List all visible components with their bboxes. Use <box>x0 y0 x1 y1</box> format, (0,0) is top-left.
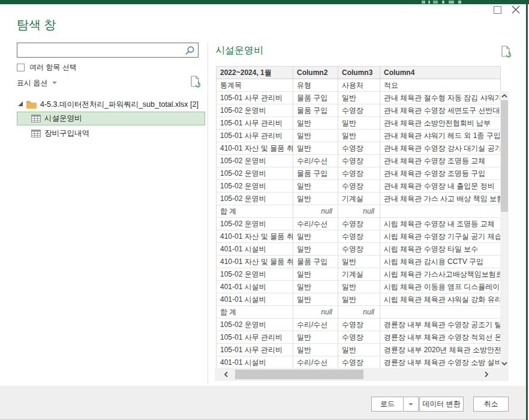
display-options-button[interactable]: 표시 옵션 <box>17 79 47 87</box>
search-icon[interactable] <box>184 45 195 56</box>
search-input[interactable] <box>20 44 183 56</box>
table-row: 401-01 시설비일반일반시립 체육관 이동용 앰프 디스플레이 <box>217 281 501 293</box>
table-row: 합 계nullnull <box>217 205 501 218</box>
table-row: 105-02 운영비수리/수선수영장시립 체육관 수영장 내 조명등 교체 <box>217 218 501 230</box>
table-cell: null <box>338 306 380 319</box>
table-cell: 일반 <box>338 293 380 306</box>
table-cell: 105-02 운영비 <box>217 193 293 205</box>
table-cell: 일반 <box>338 256 380 268</box>
table-cell: 105-02 운영비 <box>217 319 293 331</box>
refresh-icon[interactable] <box>501 46 512 58</box>
table-cell: 105-02 운영비 <box>217 180 293 193</box>
table-cell: 통계목 <box>217 79 293 92</box>
close-icon[interactable] <box>510 4 521 15</box>
multi-select-label: 여러 항목 선택 <box>29 62 77 73</box>
table-cell: 수영장 <box>338 142 380 155</box>
table-cell: 합 계 <box>217 306 293 319</box>
chevron-down-icon <box>408 403 413 406</box>
column-header: Column3 <box>338 67 380 79</box>
horizontal-scrollbar-thumb[interactable] <box>235 370 363 379</box>
table-row: 105-02 운영비물품 구입수영장관내 체육관 수영장 조명등 구입 <box>217 167 501 180</box>
scroll-down-icon[interactable] <box>500 360 509 367</box>
table-cell: 기계실 <box>338 193 380 205</box>
scroll-right-icon[interactable] <box>483 370 490 379</box>
table-row: 105-01 사무 관리비일반일반관내 체육관 샤워기 헤드 외 1종 구입 <box>217 130 501 142</box>
tree-root-workbook[interactable]: 4-5.3.데이터전처리_파워쿼리_sub_total.xlsx [2] <box>17 98 206 111</box>
table-cell: 일반 <box>293 180 338 193</box>
table-row: 410-01 자산 및 물품 취득일반수영장시립 체육관 수영장 기구실 공기 … <box>217 230 501 243</box>
scroll-up-icon[interactable] <box>500 92 509 100</box>
display-options-row: 표시 옵션 <box>17 77 201 89</box>
table-row: 105-02 운영비일반수영장관내 체육관 수영장 내 출입문 정비 <box>217 180 501 193</box>
table-cell: 일반 <box>338 92 380 104</box>
table-cell: 401-01 시설비 <box>217 243 293 256</box>
multi-select-row: 여러 항목 선택 <box>17 62 77 72</box>
table-cell: 관내 체육관 수영장 조명등 교체 <box>380 155 501 167</box>
table-cell: 일반 <box>338 130 380 142</box>
maximize-icon[interactable] <box>494 6 501 14</box>
load-dropdown-button[interactable] <box>403 397 419 412</box>
table-cell: 사용처 <box>338 79 380 92</box>
horizontal-scrollbar[interactable] <box>215 368 509 381</box>
table-cell: 시립 체육관 수영장 내 조명등 교체 <box>380 218 501 230</box>
table-cell: 수영장 <box>338 356 380 369</box>
table-cell: 기계실 <box>338 268 380 281</box>
table-icon <box>31 115 41 122</box>
sidebar-item-siseol[interactable]: 시설운영비 <box>17 112 205 125</box>
table-cell: 일반 <box>293 268 338 281</box>
table-cell: 일반 <box>338 344 380 356</box>
table-cell: 수영장 <box>338 243 380 256</box>
table-row: 105-02 운영비물품 구입수영장관내 체육관 수영장 세면도구 선반대 <box>217 104 501 117</box>
table-cell: 물품 구입 <box>293 256 338 268</box>
table-cell: 105-01 사무 관리비 <box>217 130 293 142</box>
table-cell: 일반 <box>338 117 380 130</box>
table-row: 401-01 시설비수리/수선수영장경륜장 내부 체육관 수영장 소방 설비 <box>217 356 501 369</box>
table-cell: 수리/수선 <box>293 356 338 369</box>
table-cell: 일반 <box>293 293 338 306</box>
table-cell: 수영장 <box>338 104 380 117</box>
sidebar-item-jangbi[interactable]: 장비구입내역 <box>17 127 205 140</box>
table-cell: 105-02 운영비 <box>217 268 293 281</box>
table-row: 401-01 시설비일반수영장시립 체육관 수영장 타일 보수 <box>217 243 501 256</box>
table-cell: 105-01 사무 관리비 <box>217 331 293 344</box>
table-cell: 시립 체육관 가스사고배상책임보험료 <box>380 268 501 281</box>
table-cell: 관내 체육관 수영장 세면도구 선반대 <box>380 104 501 117</box>
table-cell: 105-02 운영비 <box>217 218 293 230</box>
table-cell: 105-02 운영비 <box>217 104 293 117</box>
table-cell: 일반 <box>293 142 338 155</box>
refresh-icon[interactable] <box>190 76 201 88</box>
transform-data-button[interactable]: 데이터 변환 <box>419 397 464 412</box>
chevron-down-icon <box>52 82 57 84</box>
search-box <box>17 43 199 58</box>
table-cell: 시립 체육관 감시용 CCTV 구입 <box>380 256 501 268</box>
table-cell: 유형 <box>293 79 338 92</box>
table-row: 105-02 운영비수리/수선수영장관내 체육관 수영장 조명등 교체 <box>217 155 501 167</box>
table-row: 105-01 사무 관리비물품 구입일반관내 체육관 절수형 자동 잠김 샤워기 <box>217 92 501 104</box>
table-cell: 일반 <box>293 331 338 344</box>
table-cell: null <box>293 205 338 218</box>
table-row: 410-01 자산 및 물품 취득일반수영장관내 체육관 수영장 강사 대기실 … <box>217 142 501 155</box>
table-cell: 수영장 <box>338 218 380 230</box>
table-cell: 물품 구입 <box>293 167 338 180</box>
table-cell: 105-01 사무 관리비 <box>217 117 293 130</box>
table-row: 105-02 운영비일반기계실관내 체육관 가스 사고 배상 책임 보험 <box>217 193 501 205</box>
multi-select-checkbox[interactable] <box>17 64 25 71</box>
table-cell: 105-01 사무 관리비 <box>217 344 293 356</box>
table-cell <box>380 205 501 218</box>
page-title: 탐색 창 <box>17 17 56 33</box>
column-header: 2022~2024, 1월 <box>217 67 293 79</box>
scroll-left-icon[interactable] <box>223 370 230 379</box>
table-row: 105-02 운영비수리/수선수영장경륜장 내부 체육관 수영장 공조기 탈 <box>217 319 501 331</box>
table-cell: 경륜장 내부 체육관 수영장 적외선 온 <box>380 331 501 344</box>
load-button[interactable]: 로드 <box>371 397 404 412</box>
vertical-scrollbar[interactable] <box>500 91 509 368</box>
table-cell: 시립 체육관 이동용 앰프 디스플레이 <box>380 281 501 293</box>
vertical-scrollbar-thumb[interactable] <box>501 100 508 212</box>
table-cell: 수영장 <box>338 331 380 344</box>
table-cell: 수영장 <box>338 155 380 167</box>
table-cell: 수영장 <box>338 180 380 193</box>
cancel-button[interactable]: 취소 <box>473 397 509 412</box>
expander-icon[interactable] <box>18 101 23 106</box>
table-cell: 관내 체육관 샤워기 헤드 외 1종 구입 <box>380 130 501 142</box>
table-cell: 일반 <box>293 243 338 256</box>
